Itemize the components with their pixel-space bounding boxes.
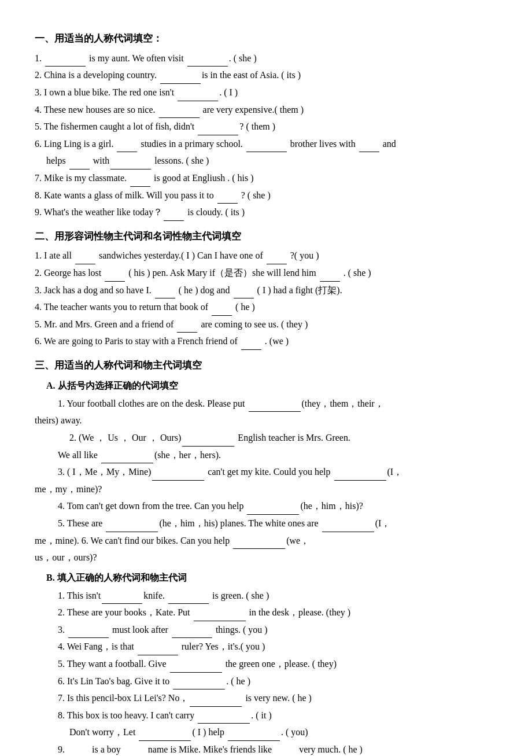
q3A-5: 5. These are (he，him，his) planes. The wh… <box>58 515 497 532</box>
qB-5: 5. They want a football. Give the green … <box>58 655 497 673</box>
qB-2-num: 2. <box>58 607 67 617</box>
q1-9: 9. What's the weather like today？ is clo… <box>35 204 497 221</box>
qB-8b: Don't worry，Let ( I ) help . ( you) <box>69 724 497 741</box>
section3-title: 三、用适当的人称代词和物主代词填空 <box>35 357 497 374</box>
q1-6: 6. Ling Ling is a girl. studies in a pri… <box>35 135 497 153</box>
q1-1-num: 1. <box>35 53 44 63</box>
q2-2-num: 2. <box>35 268 44 278</box>
q2-6-num: 6. <box>35 336 44 346</box>
q2-2: 2. George has lost ( his ) pen. Ask Mary… <box>35 264 497 282</box>
q2-5-num: 5. <box>35 319 44 329</box>
q1-9-num: 9. <box>35 207 44 217</box>
q1-4: 4. These new houses are so nice. are ver… <box>35 101 497 119</box>
q1-3-num: 3. <box>35 87 44 97</box>
q3A-5-num: 5. <box>58 518 67 528</box>
section1: 一、用适当的人称代词填空： 1. is my aunt. We often vi… <box>35 30 497 221</box>
qB-1-num: 1. <box>58 591 67 600</box>
sub-section-B: B. 填入正确的人称代词和物主代词 1. This isn'tknife. is… <box>35 570 497 756</box>
q1-7-num: 7. <box>35 173 44 183</box>
q2-4-num: 4. <box>35 302 44 312</box>
q1-5-num: 5. <box>35 121 44 131</box>
q1-2-num: 2. <box>35 70 44 80</box>
q2-1: 1. I ate all sandwiches yesterday.( I ) … <box>35 247 497 264</box>
q1-7: 7. Mike is my classmate. is good at Engl… <box>35 169 497 187</box>
q1-8: 8. Kate wants a glass of milk. Will you … <box>35 187 497 204</box>
section1-title: 一、用适当的人称代词填空： <box>35 30 497 47</box>
q1-6-cont: helps with lessons. ( she ) <box>46 152 497 169</box>
q1-2: 2. China is a developing country. is in … <box>35 67 497 84</box>
qB-7-num: 7. <box>58 693 67 703</box>
q3A-4-num: 4. <box>58 501 67 511</box>
section2-title: 二、用形容词性物主代词和名词性物主代词填空 <box>35 228 497 245</box>
q3A-4: 4. Tom can't get down from the tree. Can… <box>58 497 497 515</box>
qB-5-num: 5. <box>58 659 67 669</box>
q1-1: 1. is my aunt. We often visit . ( she ) <box>35 50 497 67</box>
qB-9: 9. is a boy name is Mike. Mike's friends… <box>58 741 497 756</box>
q3A-1-num: 1. <box>58 399 66 408</box>
blank <box>241 349 261 350</box>
q3A-2-num: 2. <box>69 433 79 442</box>
qB-6: 6. It's Lin Tao's bag. Give it to . ( he… <box>58 673 497 690</box>
q3A-3: 3. ( I，Me，My，Mine) can't get my kite. Co… <box>58 463 497 481</box>
sub-section-A: A. 从括号内选择正确的代词填空 1. Your football clothe… <box>35 378 497 566</box>
q3A-1-cont: theirs) away. <box>35 412 497 429</box>
blank <box>249 411 301 412</box>
blank <box>359 152 379 152</box>
q1-6-num: 6. <box>35 139 44 149</box>
section3: 三、用适当的人称代词和物主代词填空 A. 从括号内选择正确的代词填空 1. Yo… <box>35 357 497 756</box>
q1-8-num: 8. <box>35 190 44 200</box>
qB-2: 2. These are your books，Kate. Put in the… <box>58 604 497 621</box>
qB-3-num: 3. <box>58 625 67 635</box>
q3A-3-num: 3. <box>58 467 67 477</box>
q2-3: 3. Jack has a dog and so have I. ( he ) … <box>35 282 497 299</box>
q3A-5-cont2: us，our，ours)? <box>35 549 497 566</box>
qB-4: 4. Wei Fang，is that ruler? Yes，it's.( yo… <box>58 638 497 655</box>
q1-5: 5. The fishermen caught a lot of fish, d… <box>35 118 497 135</box>
blank <box>164 220 184 221</box>
qB-3: 3. must look after things. ( you ) <box>58 621 497 639</box>
blank <box>152 480 204 481</box>
q2-1-num: 1. <box>35 250 44 260</box>
blank <box>334 480 386 481</box>
blank <box>246 152 287 152</box>
q3A-1: 1. Your football clothes are on the desk… <box>58 395 497 412</box>
q2-5: 5. Mr. and Mrs. Green and a friend of ar… <box>35 316 497 333</box>
q1-4-num: 4. <box>35 105 44 115</box>
blank <box>233 548 285 549</box>
section2: 二、用形容词性物主代词和名词性物主代词填空 1. I ate all sandw… <box>35 228 497 350</box>
q3A-2: 2. (We ， Us ， Our ， Ours) English teache… <box>69 429 497 447</box>
qB-8: 8. This box is too heavy. I can't carry … <box>58 707 497 724</box>
q3A-2-cont: We all like (she，her，hers). <box>58 447 497 464</box>
q1-3: 3. I own a blue bike. The red one isn't … <box>35 84 497 101</box>
q3A-5-cont: me，mine). 6. We can't find our bikes. Ca… <box>35 532 497 550</box>
qB-1: 1. This isn'tknife. is green. ( she ) <box>58 587 497 604</box>
worksheet-container: 一、用适当的人称代词填空： 1. is my aunt. We often vi… <box>35 30 497 756</box>
qB-8-num: 8. <box>58 710 67 720</box>
qB-4-num: 4. <box>58 641 67 651</box>
q2-6: 6. We are going to Paris to stay with a … <box>35 333 497 350</box>
blank <box>322 532 374 532</box>
qB-9-num: 9. <box>58 744 67 754</box>
q2-3-num: 3. <box>35 285 44 295</box>
q3A-3-cont: me，my，mine)? <box>35 481 497 498</box>
q2-4: 4. The teacher wants you to return that … <box>35 298 497 316</box>
qB-7: 7. Is this pencil-box Li Lei's? No， is v… <box>58 689 497 707</box>
sub-B-title: B. 填入正确的人称代词和物主代词 <box>46 570 497 586</box>
sub-A-title: A. 从括号内选择正确的代词填空 <box>46 378 497 394</box>
qB-6-num: 6. <box>58 676 67 686</box>
